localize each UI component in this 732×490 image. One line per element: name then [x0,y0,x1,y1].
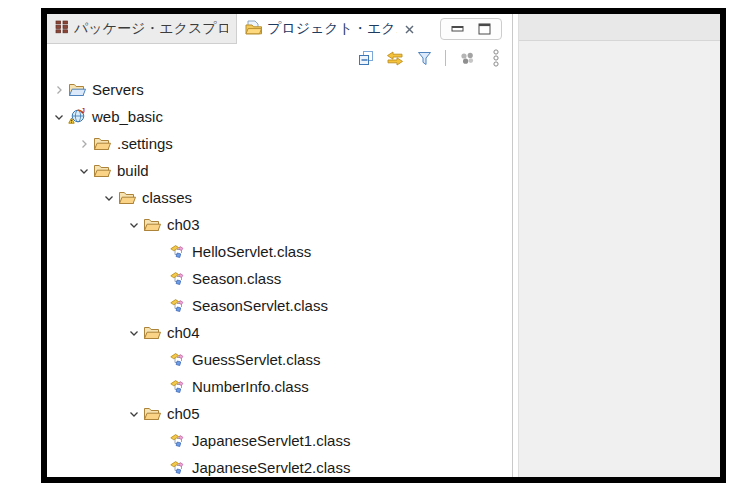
tree-item-label: build [117,163,149,178]
tab-label: プロジェクト・エクスプ... [267,20,397,38]
view-tab-bar: パッケージ・エクスプロ... プロジェクト・エクスプ... [47,14,512,44]
maximize-button[interactable] [478,23,491,35]
tree-item-label: classes [142,190,192,205]
chevron-spacer [151,272,167,286]
class-file-icon [167,352,187,368]
chevron-expanded-icon[interactable] [51,110,67,124]
tab-project-explorer[interactable]: プロジェクト・エクスプ... [237,14,423,44]
chevron-expanded-icon[interactable] [126,326,142,340]
app-frame: パッケージ・エクスプロ... プロジェクト・エクスプ... ServersJwe… [41,8,726,483]
web-project-icon: J [67,109,87,125]
chevron-spacer [151,434,167,448]
more-options-icon[interactable] [486,48,506,68]
tree-item[interactable]: JapaneseServlet1.class [47,427,512,454]
view-window-controls [440,18,502,40]
tab-package-explorer[interactable]: パッケージ・エクスプロ... [47,14,237,44]
tree-item[interactable]: classes [47,184,512,211]
collapse-all-button[interactable] [356,48,376,68]
class-file-icon [167,298,187,314]
package-explorer-icon [55,20,69,37]
tree-item-label: .settings [117,136,173,151]
view-toolbar [47,44,512,72]
tree-item[interactable]: ch03 [47,211,512,238]
tree-item[interactable]: JapaneseServlet2.class [47,454,512,477]
class-file-icon [167,379,187,395]
view-menu-icon[interactable] [457,48,477,68]
tree-item-label: Servers [92,82,144,97]
tab-label: パッケージ・エクスプロ... [74,20,228,38]
svg-text:J: J [81,108,85,114]
toolbar-separator [445,50,446,66]
tree-item-label: ch03 [167,217,200,232]
project-explorer-view: パッケージ・エクスプロ... プロジェクト・エクスプ... ServersJwe… [47,14,513,477]
class-file-icon [167,460,187,476]
project-explorer-icon [245,20,262,38]
tree-item[interactable]: .settings [47,130,512,157]
tree-item[interactable]: Season.class [47,265,512,292]
tree-item[interactable]: build [47,157,512,184]
class-file-icon [167,271,187,287]
chevron-collapsed-icon[interactable] [51,83,67,97]
editor-tabstrip [519,14,720,41]
folder-icon [142,325,162,341]
chevron-expanded-icon[interactable] [126,218,142,232]
chevron-spacer [151,380,167,394]
folder-icon [117,190,137,206]
tree-item-label: NumberInfo.class [192,379,309,394]
folder-icon [142,406,162,422]
project-tree: ServersJweb_basic.settingsbuildclassesch… [47,72,512,477]
tree-item[interactable]: Servers [47,76,512,103]
class-file-icon [167,433,187,449]
chevron-expanded-icon[interactable] [76,164,92,178]
tree-item[interactable]: SeasonServlet.class [47,292,512,319]
tree-item[interactable]: GuessServlet.class [47,346,512,373]
chevron-spacer [151,353,167,367]
tree-item-label: SeasonServlet.class [192,298,328,313]
minimize-button[interactable] [451,24,464,34]
tree-item[interactable]: ch05 [47,400,512,427]
tree-item-label: GuessServlet.class [192,352,320,367]
tree-item-label: Season.class [192,271,281,286]
tree-item-label: web_basic [92,109,163,124]
folder-icon [92,163,112,179]
close-icon[interactable] [404,24,415,35]
tree-item-label: JapaneseServlet1.class [192,433,350,448]
chevron-expanded-icon[interactable] [101,191,117,205]
tree-item-label: ch05 [167,406,200,421]
servers-folder-icon [67,82,87,98]
chevron-collapsed-icon[interactable] [76,137,92,151]
chevron-expanded-icon[interactable] [126,407,142,421]
editor-area [518,14,720,477]
class-file-icon [167,244,187,260]
folder-icon [92,136,112,152]
tree-item-label: ch04 [167,325,200,340]
tree-item[interactable]: Jweb_basic [47,103,512,130]
link-with-editor-button[interactable] [385,48,405,68]
tree-item[interactable]: HelloServlet.class [47,238,512,265]
chevron-spacer [151,299,167,313]
tree-item-label: JapaneseServlet2.class [192,460,350,475]
folder-icon [142,217,162,233]
chevron-spacer [151,245,167,259]
tree-item-label: HelloServlet.class [192,244,311,259]
filter-button[interactable] [414,48,434,68]
tree-item[interactable]: NumberInfo.class [47,373,512,400]
tree-item[interactable]: ch04 [47,319,512,346]
chevron-spacer [151,461,167,475]
